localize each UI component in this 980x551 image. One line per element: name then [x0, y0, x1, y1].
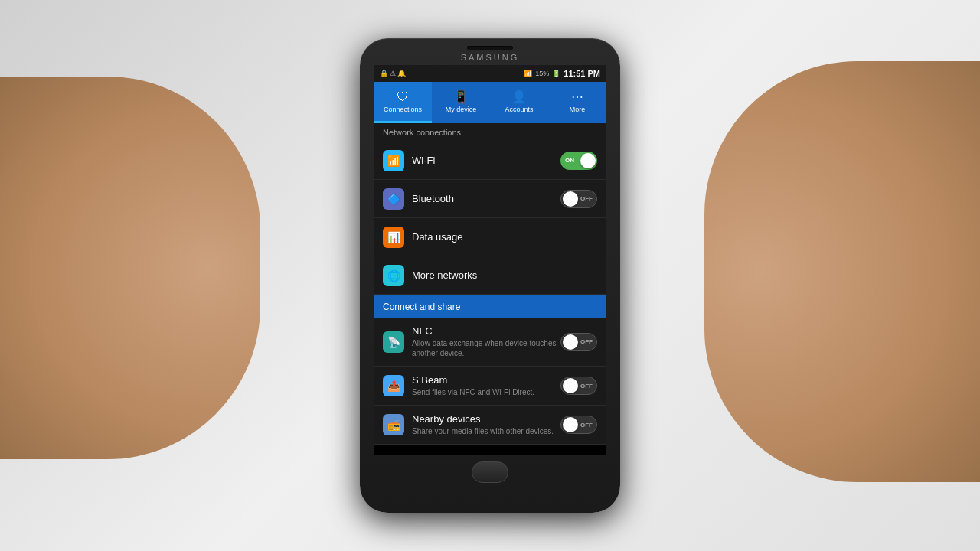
data-usage-item[interactable]: 📊 Data usage: [374, 218, 606, 256]
phone-body: SAMSUNG 🔒 ⚠ 🔔 📶 15% 🔋 11:51 PM: [360, 38, 620, 513]
tab-connections[interactable]: 🛡 Connections: [374, 82, 432, 123]
s-beam-toggle-wrap[interactable]: OFF: [560, 377, 597, 395]
more-networks-icon: 🌐: [383, 265, 404, 286]
wifi-toggle[interactable]: ON: [560, 152, 597, 170]
nearby-devices-title: Nearby devices: [412, 413, 560, 425]
network-connections-header: Network connections: [374, 123, 606, 142]
tab-my-device[interactable]: 📱 My device: [432, 82, 490, 123]
bluetooth-toggle-wrap[interactable]: OFF: [560, 190, 597, 208]
bluetooth-toggle-off-label: OFF: [580, 195, 593, 202]
data-usage-text: Data usage: [412, 231, 597, 243]
wifi-toggle-wrap[interactable]: ON: [560, 152, 597, 170]
nfc-toggle-off-label: OFF: [580, 338, 593, 345]
lock-icon: 🔒: [380, 70, 388, 77]
more-networks-item[interactable]: 🌐 More networks: [374, 256, 606, 295]
nfc-title: NFC: [412, 325, 560, 337]
my-device-tab-label: My device: [446, 106, 477, 113]
nearby-toggle-knob: [563, 417, 578, 432]
s-beam-subtitle: Send files via NFC and Wi-Fi Direct.: [412, 387, 560, 397]
wifi-status-icon: 📶: [524, 70, 532, 77]
screen: 🔒 ⚠ 🔔 📶 15% 🔋 11:51 PM 🛡 Connections: [374, 65, 606, 455]
more-tab-icon: ⋯: [571, 90, 583, 104]
connect-share-header: Connect and share: [374, 295, 606, 318]
nfc-item[interactable]: 📡 NFC Allow data exchange when device to…: [374, 318, 606, 367]
s-beam-item[interactable]: 📤 S Beam Send files via NFC and Wi-Fi Di…: [374, 367, 606, 406]
connections-tab-label: Connections: [384, 106, 422, 113]
connect-share-header-text: Connect and share: [383, 302, 460, 312]
s-beam-toggle-knob: [563, 378, 578, 393]
my-device-tab-icon: 📱: [453, 90, 469, 104]
s-beam-title: S Beam: [412, 374, 560, 386]
s-beam-text: S Beam Send files via NFC and Wi-Fi Dire…: [412, 374, 560, 397]
wifi-title: Wi-Fi: [412, 155, 560, 166]
speaker: [467, 46, 513, 50]
bluetooth-icon: 🔷: [383, 188, 404, 210]
wifi-icon: 📶: [383, 150, 404, 171]
nfc-toggle[interactable]: OFF: [560, 333, 597, 351]
hand-left: [0, 77, 260, 459]
nearby-toggle[interactable]: OFF: [560, 416, 597, 434]
nearby-toggle-off-label: OFF: [580, 422, 593, 429]
samsung-brand: SAMSUNG: [461, 53, 520, 62]
nfc-text: NFC Allow data exchange when device touc…: [412, 325, 560, 358]
nfc-toggle-wrap[interactable]: OFF: [560, 333, 597, 351]
battery-percentage: 15%: [535, 70, 549, 77]
status-right: 📶 15% 🔋 11:51 PM: [524, 69, 600, 78]
bluetooth-title: Bluetooth: [412, 193, 560, 204]
tab-more[interactable]: ⋯ More: [548, 82, 606, 123]
s-beam-icon: 📤: [383, 375, 404, 396]
wifi-toggle-knob: [580, 153, 596, 168]
nearby-devices-text: Nearby devices Share your media files wi…: [412, 413, 560, 436]
phone-bottom: [360, 455, 620, 487]
more-networks-title: More networks: [412, 269, 597, 281]
nearby-devices-item[interactable]: 📻 Nearby devices Share your media files …: [374, 406, 606, 445]
battery-icon: 🔋: [552, 70, 560, 77]
tab-accounts[interactable]: 👤 Accounts: [490, 82, 548, 123]
settings-content: Network connections 📶 Wi-Fi ON: [374, 123, 606, 445]
bluetooth-text: Bluetooth: [412, 193, 560, 204]
bluetooth-item[interactable]: 🔷 Bluetooth OFF: [374, 180, 606, 218]
nearby-devices-subtitle: Share your media files with other device…: [412, 426, 560, 436]
nfc-subtitle: Allow data exchange when device touches …: [412, 338, 560, 358]
alert-icon: ⚠: [390, 70, 396, 77]
home-button[interactable]: [472, 461, 508, 483]
wifi-item[interactable]: 📶 Wi-Fi ON: [374, 142, 606, 180]
more-networks-text: More networks: [412, 269, 597, 281]
nearby-devices-icon: 📻: [383, 414, 404, 435]
tabs-navigation: 🛡 Connections 📱 My device 👤 Accounts ⋯ M…: [374, 82, 606, 123]
connections-tab-icon: 🛡: [397, 90, 409, 104]
sound-icon: 🔔: [397, 70, 406, 77]
scene: SAMSUNG 🔒 ⚠ 🔔 📶 15% 🔋 11:51 PM: [0, 0, 980, 551]
nearby-toggle-wrap[interactable]: OFF: [560, 416, 597, 434]
bluetooth-toggle-knob: [563, 191, 578, 207]
wifi-text: Wi-Fi: [412, 155, 560, 166]
s-beam-toggle[interactable]: OFF: [560, 377, 597, 395]
status-time: 11:51 PM: [564, 69, 600, 78]
s-beam-toggle-off-label: OFF: [580, 383, 593, 390]
data-usage-icon: 📊: [383, 227, 404, 248]
data-usage-title: Data usage: [412, 231, 597, 243]
nfc-icon: 📡: [383, 331, 404, 353]
more-tab-label: More: [570, 106, 586, 113]
nfc-toggle-knob: [563, 334, 578, 350]
wifi-toggle-on-label: ON: [565, 157, 574, 164]
status-left-icons: 🔒 ⚠ 🔔: [380, 70, 524, 77]
accounts-tab-icon: 👤: [511, 90, 527, 104]
bluetooth-toggle[interactable]: OFF: [560, 190, 597, 208]
accounts-tab-label: Accounts: [505, 106, 533, 113]
phone-top-bar: [360, 38, 620, 53]
status-bar: 🔒 ⚠ 🔔 📶 15% 🔋 11:51 PM: [374, 65, 606, 82]
hand-right: [704, 61, 980, 482]
